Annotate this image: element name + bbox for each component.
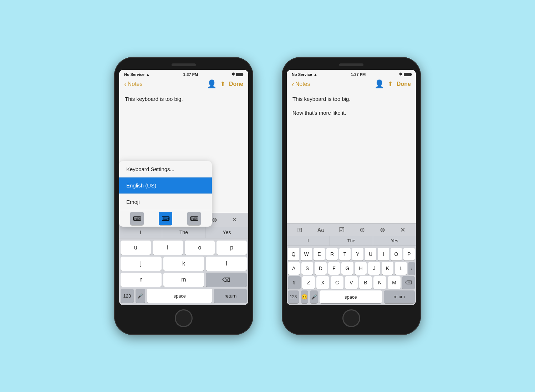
key-C[interactable]: C (331, 276, 343, 289)
key-P[interactable]: P (403, 248, 415, 261)
format-icon-2[interactable]: Aa (317, 227, 324, 233)
key-S[interactable]: S (301, 262, 314, 275)
pred-yes-1[interactable]: Yes (205, 227, 248, 238)
close-icon-2[interactable]: ✕ (400, 226, 406, 234)
key-F[interactable]: F (328, 262, 340, 275)
menu-item-settings[interactable]: Keyboard Settings... (119, 161, 212, 177)
back-button-1[interactable]: ‹ Notes (124, 81, 142, 88)
add-icon-2[interactable]: ⊕ (360, 226, 365, 234)
key-M[interactable]: M (388, 276, 401, 289)
key-U[interactable]: U (365, 248, 376, 261)
key-Z[interactable]: Z (302, 276, 315, 289)
key-A[interactable]: A (288, 262, 300, 275)
key-j[interactable]: j (121, 257, 162, 271)
note-line-2a: This keyboard is too big. (292, 95, 410, 103)
key-O[interactable]: O (391, 248, 402, 261)
home-button-2[interactable] (342, 309, 360, 327)
key-o[interactable]: o (185, 241, 215, 255)
key-B[interactable]: B (359, 276, 372, 289)
key-R[interactable]: R (326, 248, 338, 261)
add-contact-icon-2[interactable]: 👤 (374, 79, 384, 89)
key-I[interactable]: I (378, 248, 389, 261)
key-row-2: u i o p (121, 241, 247, 255)
key-return-2[interactable]: return (384, 290, 415, 303)
key-space-2[interactable]: space (320, 290, 382, 303)
note-line-2b: Now that's more like it. (292, 109, 410, 117)
key-return-1[interactable]: return (214, 289, 247, 303)
key-mic-1[interactable]: 🎤 (136, 289, 145, 303)
bluetooth-icon-1: ✱ (231, 72, 235, 77)
share-icon-2[interactable]: ⬆ (388, 80, 393, 88)
back-label-1: Notes (128, 81, 143, 87)
split-keyboard-icon: ⌨ (190, 215, 198, 222)
markup-icon-1[interactable]: ⊗ (212, 216, 217, 224)
key-m[interactable]: m (163, 273, 204, 287)
key-k[interactable]: k (163, 257, 204, 271)
key-N[interactable]: N (373, 276, 386, 289)
note-content-2: This keyboard is too big. Now that's mor… (287, 92, 416, 223)
time-2: 1:37 PM (351, 72, 366, 77)
home-button-1[interactable] (175, 309, 193, 327)
phone-screen-1: No Service ▲ 1:37 PM ✱ ‹ Notes 👤 ⬆ Done (119, 70, 248, 305)
phone-speaker-1 (172, 63, 196, 66)
toolbar-2: ⊞ Aa ☑ ⊕ ⊗ ✕ (287, 223, 416, 236)
done-button-2[interactable]: Done (397, 81, 411, 87)
done-button-1[interactable]: Done (229, 81, 243, 87)
add-contact-icon-1[interactable]: 👤 (207, 79, 216, 89)
keyboard-wrapper-1: Keyboard Settings... English (US) Emoji … (119, 227, 248, 305)
keyboard-area-2: Q W E R T Y U I O P A S D F G H J K (287, 246, 416, 305)
checklist-icon-2[interactable]: ☑ (339, 226, 345, 234)
key-n[interactable]: n (121, 273, 162, 287)
key-D[interactable]: D (315, 262, 327, 275)
carrier-2: No Service (292, 72, 312, 77)
status-left-1: No Service ▲ (124, 72, 150, 77)
key-T[interactable]: T (339, 248, 351, 261)
keyboard-type-normal[interactable]: ⌨ (159, 212, 172, 225)
key-X[interactable]: X (316, 276, 329, 289)
key-backspace[interactable]: ⌫ (206, 273, 247, 287)
key-K[interactable]: K (382, 262, 394, 275)
keyboard-menu-1[interactable]: Keyboard Settings... English (US) Emoji … (119, 161, 212, 227)
battery-icon-1 (236, 73, 243, 76)
key-p[interactable]: p (216, 241, 247, 255)
share-icon-1[interactable]: ⬆ (220, 80, 225, 88)
keyboard-type-split[interactable]: ⌨ (187, 212, 201, 225)
back-button-2[interactable]: ‹ Notes (292, 81, 310, 88)
key-mic-2[interactable]: 🎤 (310, 290, 318, 303)
menu-item-emoji[interactable]: Emoji (119, 194, 212, 210)
key-shift[interactable]: ⇧ (288, 276, 301, 289)
key-Q[interactable]: Q (288, 248, 299, 261)
key-L[interactable]: L (395, 262, 407, 275)
key-row-4: n m ⌫ (121, 273, 247, 287)
key-u[interactable]: u (121, 241, 151, 255)
key-space-1[interactable]: space (147, 289, 212, 303)
key-l[interactable]: l (206, 257, 247, 271)
key-backspace-2[interactable]: ⌫ (402, 276, 415, 289)
key-123-2[interactable]: 123 (288, 290, 299, 303)
key-W[interactable]: W (301, 248, 312, 261)
key-G[interactable]: G (341, 262, 353, 275)
pred-the-1[interactable]: The (162, 227, 205, 238)
pred-the-2[interactable]: The (330, 236, 373, 246)
keyboard-type-small[interactable]: ⌨ (130, 212, 144, 225)
key-H[interactable]: H (355, 262, 367, 275)
close-icon-1[interactable]: ✕ (232, 216, 237, 224)
key-emoji-2[interactable]: 😊 (301, 290, 309, 303)
key-J[interactable]: J (368, 262, 380, 275)
key-E[interactable]: E (314, 248, 325, 261)
key-i[interactable]: i (153, 241, 183, 255)
nav-bar-2: ‹ Notes 👤 ⬆ Done (287, 78, 416, 92)
time-1: 1:37 PM (183, 72, 198, 77)
pred-i-1[interactable]: I (119, 227, 162, 238)
normal-keyboard-icon: ⌨ (162, 215, 170, 222)
key-V[interactable]: V (345, 276, 358, 289)
expand-icon[interactable]: › (408, 262, 415, 275)
nav-bar-1: ‹ Notes 👤 ⬆ Done (119, 78, 248, 92)
table-icon-2[interactable]: ⊞ (297, 226, 302, 234)
key-Y[interactable]: Y (352, 248, 363, 261)
markup-icon-2[interactable]: ⊗ (380, 226, 385, 234)
key-123-1[interactable]: 123 (121, 289, 134, 303)
pred-i-2[interactable]: I (287, 236, 330, 246)
menu-item-english[interactable]: English (US) (119, 177, 212, 194)
pred-yes-2[interactable]: Yes (373, 236, 416, 246)
